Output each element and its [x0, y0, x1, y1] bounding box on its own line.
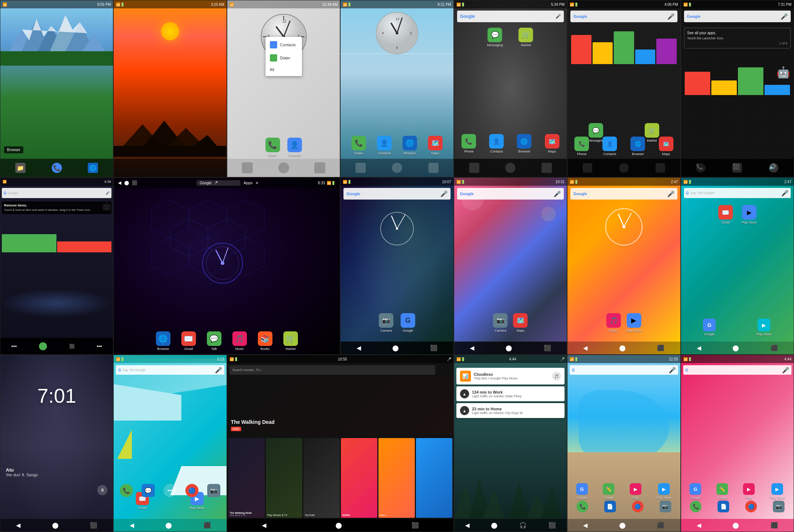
back-16[interactable]: ◀ — [130, 522, 134, 529]
home-15[interactable]: ⬤ — [52, 522, 59, 529]
home-btn-5[interactable] — [505, 163, 515, 173]
app-phone-16[interactable]: 📞 — [120, 484, 133, 497]
home-13[interactable]: ⬤ — [619, 344, 626, 351]
home-tab[interactable]: ⬤ — [124, 180, 129, 185]
menu-all[interactable]: All — [266, 64, 302, 75]
recent-15[interactable]: ⬛ — [90, 522, 97, 529]
dock-dialer[interactable]: 📞 — [52, 163, 62, 173]
back-13[interactable]: ◀ — [583, 344, 587, 351]
recent-14[interactable]: ⬛ — [771, 344, 778, 351]
app-maps-6[interactable]: 🗺️ Maps — [653, 137, 679, 156]
search-bar-7[interactable]: Google 🎤 — [684, 11, 791, 22]
nav-home-card[interactable]: ▲ 23 min to Home Light traffic on Atlant… — [456, 403, 565, 418]
back-btn-5[interactable] — [469, 163, 479, 173]
back-17[interactable]: ◀ — [262, 522, 266, 529]
thumb-extra[interactable] — [416, 438, 452, 518]
home-17[interactable]: ⬤ — [335, 522, 342, 529]
app-browser-tab[interactable]: 🌐 Browser — [156, 331, 170, 351]
app-contacts-2[interactable]: 👤 Contacts — [373, 136, 395, 155]
app-play-20[interactable]: ▶ Play — [630, 483, 641, 500]
phone-nav-8[interactable] — [39, 342, 47, 350]
app-gmail-tab[interactable]: ✉️ Gmail — [181, 331, 196, 351]
app-google-21[interactable]: G Google — [689, 483, 701, 500]
recent-21[interactable]: ⬛ — [771, 522, 778, 529]
menu-contacts[interactable]: Contacts — [266, 38, 302, 51]
app-dialer[interactable]: 📞 Dialer — [266, 138, 280, 157]
recent-13[interactable]: ⬛ — [657, 344, 664, 351]
back-19[interactable]: ◀ — [465, 522, 469, 529]
home-20[interactable]: ⬤ — [619, 522, 626, 529]
back-btn[interactable] — [242, 162, 253, 173]
back-tab[interactable]: ◀ — [118, 180, 121, 185]
app-play-21[interactable]: ▶ Play — [743, 483, 755, 500]
app-messaging[interactable]: 💬 Messaging — [482, 28, 508, 47]
app-talk-tab[interactable]: 💬 Talk — [207, 331, 221, 351]
dots-btn-16[interactable]: ••• — [164, 484, 177, 497]
app-contacts[interactable]: 👤 Contacts — [287, 138, 302, 157]
recent-17[interactable]: ⬛ — [412, 522, 419, 529]
dock-folder[interactable]: 📁 — [15, 163, 25, 173]
app-gmail-14[interactable]: ✉️ Gmail — [715, 205, 735, 224]
back-20[interactable]: ◀ — [583, 522, 587, 529]
search-bar-21[interactable]: G 🎤 — [683, 365, 791, 375]
home-21[interactable]: ⬤ — [732, 522, 739, 529]
dots-nav-8[interactable]: ••• — [97, 343, 102, 349]
back-12[interactable]: ◀ — [470, 344, 474, 351]
app-contacts-5[interactable]: 👤 Contacts — [484, 134, 510, 153]
app-camera-11[interactable]: 📷 Camera — [379, 313, 393, 332]
launcher-btn-7[interactable]: ⬛ — [732, 163, 742, 173]
dock-docs-20[interactable]: 📄 — [604, 501, 616, 512]
app-google-11[interactable]: G Google — [401, 313, 415, 332]
app-create-20[interactable]: ✏️ Create — [603, 483, 614, 500]
recent-19[interactable]: ⬛ — [549, 522, 556, 529]
app-dialer-2[interactable]: 📞 Dialer — [348, 136, 370, 155]
dock-camera-21[interactable]: 📷 — [773, 501, 785, 512]
add-tab[interactable]: + — [256, 180, 259, 186]
app-google-20[interactable]: G Google — [576, 483, 588, 500]
search-bar-20[interactable]: G 🎤 — [570, 365, 678, 375]
home-16[interactable]: ⬤ — [165, 522, 172, 529]
app-market[interactable]: 🛒 Market — [513, 28, 539, 47]
menu-btn-2[interactable] — [428, 163, 439, 173]
ok-google-16[interactable]: G Say 'Ok Google' 🎤 — [116, 365, 224, 375]
app-google-14[interactable]: G Google — [703, 319, 716, 336]
dock-camera-20[interactable]: 📷 — [660, 501, 671, 512]
app-market-tab[interactable]: 🛒 Market — [283, 331, 298, 351]
app-phone-6[interactable]: 📞 Phone — [569, 137, 595, 156]
home-14[interactable]: ⬤ — [732, 344, 739, 351]
app-hangouts-16[interactable]: 💬 — [142, 484, 155, 497]
thumb-walking-dead[interactable]: The Walking Dead Play Movie & TV — [228, 438, 265, 518]
app-camera-16[interactable]: 📷 — [207, 484, 220, 497]
app-music-13[interactable]: 🎵 Music — [606, 313, 621, 332]
menu-btn-5[interactable] — [542, 163, 552, 173]
nav-dots-8[interactable]: ••• — [11, 343, 17, 349]
search-movies[interactable]: Search movies, TV... — [229, 365, 435, 375]
app-playstore-21[interactable]: ▶ Play Store — [770, 483, 785, 500]
back-14[interactable]: ◀ — [697, 344, 701, 351]
dock-chrome-20[interactable]: 🔵 — [632, 501, 644, 512]
app-playstore-14[interactable]: ▶ Play Store — [739, 205, 759, 224]
app-browser[interactable]: 🌐 Browser — [399, 136, 421, 155]
home-btn-6[interactable] — [619, 163, 629, 173]
home-btn[interactable] — [278, 162, 289, 173]
app-maps-12[interactable]: 🗺️ Maps — [513, 313, 528, 332]
recent-12[interactable]: ⬛ — [544, 344, 551, 351]
phone-btn-7[interactable]: 📞 — [696, 163, 705, 173]
home-12[interactable]: ⬤ — [506, 344, 512, 351]
pause-btn[interactable]: ⏸ — [97, 485, 107, 495]
app-playstore-20[interactable]: ▶ Play Store — [656, 483, 672, 500]
app-chrome-16[interactable]: 🔵 — [185, 484, 198, 497]
menu-btn[interactable] — [314, 162, 325, 173]
dock-phone-20[interactable]: 📞 — [577, 501, 588, 512]
tablet-search[interactable]: Google 🎤 — [197, 180, 240, 186]
app-browser-5[interactable]: 🌐 Browser — [511, 134, 537, 153]
search-bar-5[interactable]: Google 🎤 — [457, 11, 564, 22]
app-music-tab[interactable]: 🎵 Music — [232, 331, 247, 351]
thumb-hulu[interactable]: hulu+ — [378, 438, 415, 518]
speaker-btn-7[interactable]: 🔊 — [769, 163, 778, 173]
home-btn-2[interactable] — [392, 163, 402, 173]
app-maps-5[interactable]: 🗺️ Maps — [539, 134, 565, 153]
back-btn-6[interactable] — [583, 163, 592, 173]
home-19[interactable]: ⬤ — [491, 522, 498, 529]
app-contacts-6[interactable]: 👤 Contacts — [597, 137, 623, 156]
